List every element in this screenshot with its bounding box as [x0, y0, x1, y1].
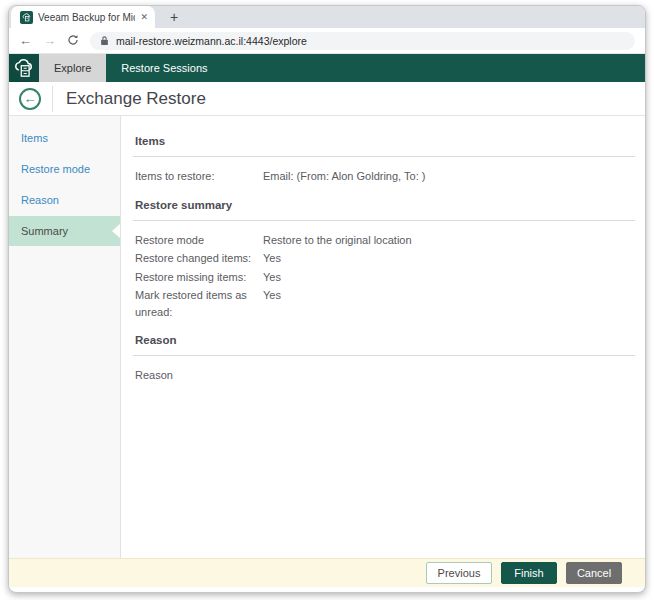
section-title: Restore summary — [133, 194, 635, 221]
new-tab-icon[interactable]: + — [165, 8, 183, 26]
row-label: Items to restore: — [135, 168, 263, 185]
row-label: Mark restored items as unread: — [135, 287, 263, 320]
summary-row: Restore changed items: Yes — [133, 249, 635, 268]
url-omnibox[interactable]: mail-restore.weizmann.ac.il:4443/explore — [90, 32, 635, 50]
summary-row: Mark restored items as unread: Yes — [133, 286, 635, 321]
section-items: Items Items to restore: Email: (From: Al… — [133, 130, 635, 186]
summary-row: Restore missing items: Yes — [133, 268, 635, 287]
row-value: Restore to the original location — [263, 232, 633, 249]
row-label: Restore changed items: — [135, 250, 263, 267]
browser-tab-strip: Veeam Backup for Microsoft 36 ✕ + — [9, 6, 645, 28]
row-label: Reason — [135, 367, 263, 384]
browser-reload-icon[interactable] — [67, 34, 79, 48]
tab-explore[interactable]: Explore — [39, 54, 106, 82]
section-restore-summary: Restore summary Restore mode Restore to … — [133, 194, 635, 322]
sidebar-item-items[interactable]: Items — [9, 123, 120, 153]
tab-restore-sessions[interactable]: Restore Sessions — [106, 54, 222, 82]
section-reason: Reason Reason — [133, 329, 635, 385]
row-value: Email: (From: Alon Goldring, To: ) — [263, 168, 633, 185]
row-label: Restore mode — [135, 232, 263, 249]
browser-tab-active[interactable]: Veeam Backup for Microsoft 36 ✕ — [11, 6, 155, 28]
padlock-icon — [100, 32, 109, 50]
browser-window: Veeam Backup for Microsoft 36 ✕ + ← → ma… — [8, 5, 646, 593]
url-text: mail-restore.weizmann.ac.il:4443/explore — [116, 35, 307, 47]
summary-row: Restore mode Restore to the original loc… — [133, 231, 635, 250]
previous-button[interactable]: Previous — [426, 562, 492, 584]
row-label: Restore missing items: — [135, 269, 263, 286]
title-divider — [52, 86, 53, 112]
sidebar-item-restore-mode[interactable]: Restore mode — [9, 154, 120, 184]
wizard-sidebar: Items Restore mode Reason Summary — [9, 116, 121, 558]
veeam-logo-icon — [9, 54, 39, 82]
finish-button[interactable]: Finish — [501, 562, 557, 584]
browser-forward-icon[interactable]: → — [43, 34, 56, 47]
row-value — [263, 367, 633, 384]
row-value: Yes — [263, 287, 633, 320]
veeam-favicon-icon — [20, 11, 33, 24]
close-tab-icon[interactable]: ✕ — [140, 12, 148, 22]
tab-title: Veeam Backup for Microsoft 36 — [38, 12, 135, 23]
wizard-footer: Previous Finish Cancel — [9, 558, 645, 587]
row-value: Yes — [263, 269, 633, 286]
section-title: Items — [133, 130, 635, 157]
content-area: Items Restore mode Reason Summary Items … — [9, 116, 645, 558]
summary-row: Items to restore: Email: (From: Alon Gol… — [133, 167, 635, 186]
summary-panel: Items Items to restore: Email: (From: Al… — [121, 116, 645, 558]
page-title: Exchange Restore — [66, 89, 206, 109]
back-button[interactable]: ← — [19, 88, 41, 110]
sidebar-item-summary[interactable]: Summary — [9, 216, 120, 246]
row-value: Yes — [263, 250, 633, 267]
page-title-bar: ← Exchange Restore — [9, 82, 645, 116]
section-title: Reason — [133, 329, 635, 356]
app-header: Explore Restore Sessions — [9, 54, 645, 82]
summary-row: Reason — [133, 366, 635, 385]
sidebar-item-reason[interactable]: Reason — [9, 185, 120, 215]
browser-address-bar: ← → mail-restore.weizmann.ac.il:4443/exp… — [9, 28, 645, 54]
browser-back-icon[interactable]: ← — [19, 34, 32, 47]
cancel-button[interactable]: Cancel — [566, 562, 622, 584]
